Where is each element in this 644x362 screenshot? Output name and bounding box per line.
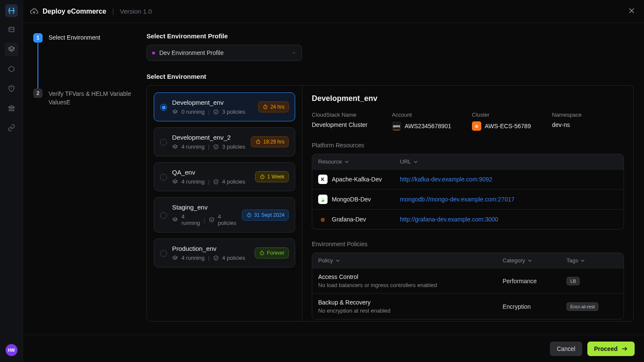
cancel-button[interactable]: Cancel — [550, 342, 582, 356]
resource-url[interactable]: http://kafka-dev.example.com:9092 — [400, 176, 492, 183]
env-policies: 4 policies — [222, 255, 245, 261]
rail-icon-shield[interactable] — [5, 82, 18, 95]
th-category[interactable]: Category — [503, 257, 566, 264]
stack-icon — [172, 109, 178, 115]
th-url[interactable]: URL — [400, 158, 618, 165]
ecs-icon: ◎ — [472, 121, 481, 131]
nav-rail: HW — [0, 0, 23, 362]
user-avatar[interactable]: HW — [6, 344, 17, 356]
step-2[interactable]: 2 Verify TFVars & HELM Variable ValuesE — [33, 89, 139, 107]
chevron-down-icon — [291, 50, 296, 55]
rail-icon-bank[interactable] — [5, 101, 18, 115]
env-name: QA_env — [172, 169, 250, 176]
stack-icon — [172, 217, 178, 223]
radio[interactable] — [160, 174, 167, 181]
close-button[interactable] — [626, 5, 637, 17]
shield-check-icon — [213, 179, 219, 185]
step-1[interactable]: 1 Select Environment — [33, 33, 139, 43]
radio[interactable] — [160, 250, 167, 257]
resource-name: MongoDB-Dev — [332, 196, 371, 203]
cloud-upload-icon — [30, 7, 38, 16]
policy-category: Performance — [503, 278, 566, 284]
radio[interactable] — [160, 212, 167, 219]
svg-marker-28 — [173, 256, 178, 258]
environment-card[interactable]: Development_env0 running|3 policies24 hr… — [154, 92, 295, 121]
env-section-label: Select Environment — [147, 73, 634, 80]
wizard-stepper: 1 Select Environment 2 Verify TFVars & H… — [23, 23, 147, 335]
rail-icon-link[interactable] — [5, 121, 18, 135]
rail-icon-layers[interactable] — [5, 43, 18, 56]
svg-point-13 — [264, 106, 267, 109]
policy-desc: No encryption at rest enabled — [318, 307, 503, 314]
svg-marker-12 — [173, 109, 178, 112]
chevron-down-icon — [344, 159, 350, 165]
timer-icon — [246, 212, 252, 218]
profile-dot-icon — [152, 52, 155, 55]
close-icon — [628, 7, 635, 14]
svg-marker-3 — [9, 66, 14, 72]
resource-name: Apache-Kafka-Dev — [332, 176, 382, 183]
env-running: 4 running — [181, 144, 204, 150]
environment-list: Development_env0 running|3 policies24 hr… — [147, 86, 302, 321]
env-name: Staging_env — [172, 204, 237, 211]
th-tags[interactable]: Tags — [566, 257, 618, 264]
environment-details: Development_env CloudStack Name Developm… — [302, 86, 633, 321]
env-name: Development_env_2 — [172, 134, 246, 141]
content: Select Environment Profile Dev Environme… — [147, 23, 644, 335]
rail-icon-dashboard[interactable] — [5, 23, 18, 37]
resource-url[interactable]: http://grafana-dev.example.com:3000 — [400, 216, 498, 223]
arrow-right-icon — [621, 345, 628, 352]
rail-icon-hexagon[interactable] — [5, 62, 18, 76]
env-policies: 3 policies — [222, 109, 245, 115]
app-logo[interactable] — [5, 4, 18, 17]
timer-icon — [259, 250, 265, 256]
step-1-label: Select Environment — [49, 33, 100, 43]
page-version: Version 1.0 — [120, 8, 152, 15]
policy-name: Access Control — [318, 273, 503, 280]
environment-card[interactable]: Production_env4 running|4 policiesForeve… — [154, 238, 295, 267]
mongo-icon: 🍃 — [318, 195, 328, 204]
env-running: 4 running — [181, 178, 204, 185]
stack-icon — [172, 255, 178, 261]
meta-cloudstack: CloudStack Name Development Cluster — [312, 112, 371, 131]
meta-cluster: Cluster ◎ AWS-ECS-56789 — [472, 112, 532, 131]
meta-namespace: Namespace dev-ns — [552, 112, 612, 131]
footer: Cancel Proceed — [23, 335, 644, 362]
profile-select-value: Dev Environment Profile — [159, 49, 287, 56]
policy-name: Backup & Recovery — [318, 299, 503, 306]
proceed-button[interactable]: Proceed — [587, 342, 635, 356]
env-name: Development_env — [172, 99, 253, 106]
policy-tag: LB — [566, 277, 580, 285]
resource-row: 🍃MongoDB-Devmongodb://mongo-dev.example.… — [312, 190, 624, 210]
resource-row: ◎Grafana-Devhttp://grafana-dev.example.c… — [312, 210, 624, 229]
svg-marker-4 — [9, 105, 14, 107]
svg-marker-24 — [173, 218, 178, 220]
resource-name: Grafana-Dev — [332, 216, 366, 223]
env-running: 4 running — [181, 213, 200, 226]
svg-marker-16 — [173, 144, 178, 147]
env-policies: 4 policies — [218, 213, 237, 226]
ttl-chip: 1 Week — [255, 171, 289, 182]
resources-table: Resource URL KApache-Kafka-Devhttp://kaf… — [312, 154, 624, 230]
ttl-chip: 31 Sept 2024 — [242, 210, 289, 221]
aws-icon: aws — [392, 121, 401, 131]
env-detail-title: Development_env — [312, 94, 624, 103]
th-resource[interactable]: Resource — [318, 158, 400, 165]
shield-check-icon — [213, 109, 219, 115]
resource-url[interactable]: mongodb://mongo-dev.example.com:27017 — [400, 196, 515, 203]
policy-desc: No load balancers or ingress controllers… — [318, 282, 503, 288]
profile-select[interactable]: Dev Environment Profile — [147, 45, 302, 61]
environment-card[interactable]: QA_env4 running|4 policies1 Week — [154, 162, 295, 191]
radio[interactable] — [160, 139, 167, 146]
th-policy[interactable]: Policy — [318, 257, 503, 264]
svg-marker-2 — [9, 46, 14, 50]
policy-row: Access ControlNo load balancers or ingre… — [312, 268, 624, 294]
radio[interactable] — [160, 104, 167, 111]
kafka-icon: K — [318, 175, 328, 184]
timer-icon — [255, 139, 261, 145]
environment-card[interactable]: Staging_env4 running|4 policies31 Sept 2… — [154, 197, 295, 233]
environment-card[interactable]: Development_env_24 running|3 policies18:… — [154, 127, 295, 156]
ttl-chip: 18:29 hrs — [251, 136, 289, 147]
ttl-chip: Forever — [255, 247, 289, 259]
svg-point-29 — [260, 252, 264, 255]
